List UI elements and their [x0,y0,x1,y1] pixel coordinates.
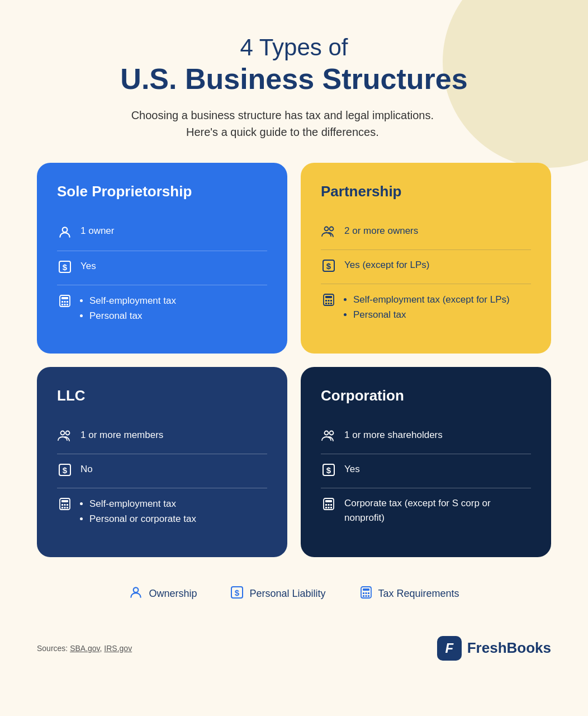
card-corporation: Corporation 1 or more shareholders Yes C… [301,367,551,557]
people-icon-partnership [321,225,336,242]
header: 4 Types of U.S. Business Structures Choo… [120,34,467,140]
liability-text-partnership: Yes (except for LPs) [344,258,429,272]
calc-icon-legend [359,586,373,602]
subtitle: Choosing a business structure has tax an… [120,107,444,140]
header-line2: U.S. Business Structures [120,62,467,96]
card-partnership: Partnership 2 or more owners Yes (except… [301,163,551,354]
freshbooks-logo: F FreshBooks [437,636,551,661]
card-row-tax-llc: Self-employment tax Personal or corporat… [57,488,267,534]
dollar-icon-legend [230,586,244,602]
header-line1: 4 Types of [120,34,467,62]
liability-text-llc: No [80,462,93,477]
footer: Sources: SBA.gov, IRS.gov F FreshBooks [37,636,551,661]
card-row-tax-corp: Corporate tax (except for S corp or nonp… [321,488,531,533]
calc-icon-llc [57,497,73,514]
ownership-text-sole: 1 owner [80,224,114,238]
legend-ownership: Ownership [129,585,197,602]
ownership-text-llc: 1 or more members [80,428,163,442]
legend-ownership-label: Ownership [149,588,197,600]
calc-icon-sole [57,294,73,311]
dollar-icon-corp [321,463,336,480]
people-icon-corp [321,429,336,446]
card-row-liability-partnership: Yes (except for LPs) [321,250,531,284]
card-sole-proprietorship: Sole Proprietorship 1 owner Yes Self-emp… [37,163,287,354]
calc-icon-partnership [321,293,336,310]
tax-text-corp: Corporate tax (except for S corp or nonp… [344,496,531,525]
dollar-icon-sole [57,260,73,277]
card-llc: LLC 1 or more members No Self-employment… [37,367,287,557]
card-title-partnership: Partnership [321,183,531,200]
tax-text-llc: Self-employment tax Personal or corporat… [80,496,196,526]
cards-grid: Sole Proprietorship 1 owner Yes Self-emp… [37,163,551,557]
legend: Ownership Personal Liability Tax Require… [129,585,459,602]
card-title-sole: Sole Proprietorship [57,183,267,200]
freshbooks-name: FreshBooks [467,639,551,657]
people-icon-llc [57,429,73,446]
card-title-corporation: Corporation [321,387,531,404]
card-row-ownership-sole: 1 owner [57,216,267,251]
card-row-ownership-partnership: 2 or more owners [321,216,531,250]
card-title-llc: LLC [57,387,267,404]
calc-icon-corp [321,497,336,514]
freshbooks-icon: F [437,636,462,661]
ownership-text-partnership: 2 or more owners [344,224,418,238]
legend-tax: Tax Requirements [359,586,459,602]
card-row-ownership-llc: 1 or more members [57,420,267,454]
card-row-liability-llc: No [57,454,267,488]
tax-text-partnership: Self-employment tax (except for LPs) Per… [344,292,510,322]
legend-liability-label: Personal Liability [249,588,325,600]
legend-liability: Personal Liability [230,586,325,602]
card-row-liability-sole: Yes [57,251,267,285]
card-row-tax-partnership: Self-employment tax (except for LPs) Per… [321,284,531,330]
person-icon-sole [57,225,73,243]
ownership-text-corp: 1 or more shareholders [344,428,443,442]
legend-tax-label: Tax Requirements [378,588,459,600]
person-icon-legend [129,585,143,602]
liability-text-sole: Yes [80,259,96,274]
card-row-tax-sole: Self-employment tax Personal tax [57,285,267,331]
liability-text-corp: Yes [344,462,360,477]
irs-link[interactable]: IRS.gov [104,644,132,653]
sba-link[interactable]: SBA.gov [70,644,99,653]
dollar-icon-llc [57,463,73,480]
tax-text-sole: Self-employment tax Personal tax [80,293,176,323]
dollar-icon-partnership [321,259,336,276]
sources: Sources: SBA.gov, IRS.gov [37,644,132,653]
card-row-liability-corp: Yes [321,454,531,488]
card-row-ownership-corp: 1 or more shareholders [321,420,531,454]
